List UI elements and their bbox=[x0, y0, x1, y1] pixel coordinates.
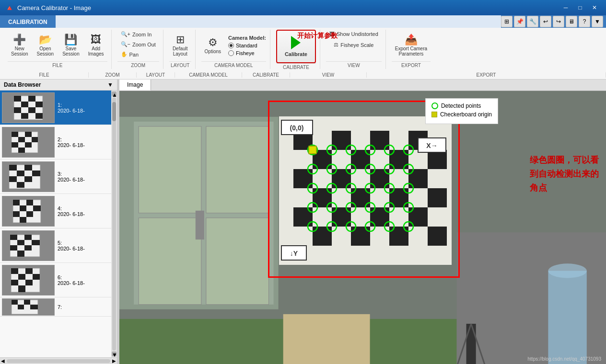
standard-radio[interactable]: Standard bbox=[228, 43, 266, 48]
toolbar-icon-6[interactable]: 🖥 bbox=[566, 16, 577, 27]
svg-rect-22 bbox=[24, 165, 32, 171]
svg-rect-90 bbox=[408, 169, 428, 188]
calibrate-annotation: 开始计算参数 bbox=[297, 32, 338, 40]
standard-radio-circle bbox=[228, 43, 234, 48]
checkerboard-origin-icon bbox=[431, 112, 437, 117]
file-label: FILE bbox=[8, 61, 107, 69]
fisheye-scale-button[interactable]: ⚖ Fisheye Scale bbox=[330, 40, 377, 49]
view-label: VIEW bbox=[326, 61, 382, 69]
svg-rect-133 bbox=[309, 146, 316, 154]
svg-rect-67 bbox=[206, 126, 269, 213]
file-group: ➕ New Session 📂 Open Session 💾 Save Sess… bbox=[4, 30, 112, 69]
layout-group: ⊞ Default Layout LAYOUT bbox=[165, 30, 196, 69]
svg-rect-39 bbox=[10, 235, 17, 240]
minimize-button[interactable]: ─ bbox=[559, 2, 572, 13]
default-layout-button[interactable]: ⊞ Default Layout bbox=[169, 32, 191, 59]
save-session-button[interactable]: 💾 Save Session bbox=[59, 32, 83, 59]
toolbar-icon-4[interactable]: ↩ bbox=[540, 16, 551, 27]
fisheye-radio[interactable]: Fisheye bbox=[228, 50, 266, 56]
sidebar-scrollbar[interactable]: ▲ ▼ bbox=[111, 91, 117, 357]
sidebar-item-6[interactable]: 6: 2020- 6-18- bbox=[0, 263, 111, 297]
sidebar-item-3[interactable]: 3: 2020- 6-18- bbox=[0, 159, 111, 194]
svg-rect-54 bbox=[18, 285, 25, 292]
thumbnail-5 bbox=[2, 230, 55, 261]
zoom-in-icon: 🔍+ bbox=[121, 31, 130, 37]
sidebar-item-date-4: 2020- 6-18- bbox=[58, 211, 85, 217]
options-icon: ⚙ bbox=[208, 37, 218, 48]
ribbon-tabs: CALIBRATION ⊞ 📌 🔧 ↩ ↪ 🖥 ? ▼ bbox=[0, 15, 606, 28]
sidebar-menu-icon[interactable]: ▼ bbox=[107, 81, 113, 88]
layout-section-label: LAYOUT bbox=[137, 72, 175, 78]
sidebar-item-7[interactable]: 7: bbox=[0, 297, 111, 317]
toolbar-icon-1[interactable]: ⊞ bbox=[501, 16, 513, 27]
zoom-out-button[interactable]: 🔍− Zoom Out bbox=[117, 40, 159, 49]
svg-rect-36 bbox=[20, 217, 26, 223]
svg-rect-13 bbox=[25, 132, 32, 137]
thumbnail-4 bbox=[2, 196, 55, 227]
fisheye-radio-circle bbox=[228, 50, 234, 56]
zoom-in-button[interactable]: 🔍+ Zoom In bbox=[117, 30, 155, 39]
svg-rect-87 bbox=[293, 169, 313, 188]
calibration-tab[interactable]: CALIBRATION bbox=[0, 15, 56, 28]
open-session-icon: 📂 bbox=[39, 34, 52, 45]
scroll-track[interactable] bbox=[112, 97, 116, 351]
thumbnail-1 bbox=[2, 92, 55, 123]
toolbar-icon-help[interactable]: ? bbox=[579, 16, 590, 27]
sidebar-hscroll[interactable]: ◀ ▶ bbox=[0, 357, 117, 364]
default-layout-icon: ⊞ bbox=[176, 34, 185, 45]
data-browser-title: Data Browser bbox=[4, 81, 41, 88]
svg-rect-12 bbox=[12, 132, 18, 137]
toolbar-icon-menu[interactable]: ▼ bbox=[592, 16, 603, 27]
hscroll-right[interactable]: ▶ bbox=[112, 358, 116, 364]
legend-box: Detected points Checkerboard origin bbox=[425, 98, 498, 124]
svg-rect-99 bbox=[313, 227, 332, 246]
svg-rect-3 bbox=[28, 96, 35, 102]
camera-model-section-label: CAMERA MODEL bbox=[175, 72, 242, 78]
svg-rect-70 bbox=[196, 211, 204, 239]
annotation-corners: 绿色圆圈，可以看到自动检测出来的角点 bbox=[530, 153, 599, 194]
svg-rect-42 bbox=[32, 240, 40, 245]
camera-model-label-bottom: CAMERA MODEL bbox=[201, 61, 266, 69]
new-session-button[interactable]: ➕ New Session bbox=[8, 32, 32, 59]
svg-rect-31 bbox=[26, 200, 33, 205]
toolbar-icon-5[interactable]: ↪ bbox=[553, 16, 564, 27]
detected-points-label: Detected points bbox=[441, 102, 481, 109]
toolbar-icon-3[interactable]: 🔧 bbox=[527, 16, 538, 27]
hscroll-track[interactable] bbox=[7, 359, 110, 363]
sidebar-item-1[interactable]: 1: 2020- 6-18- bbox=[0, 91, 111, 125]
svg-rect-52 bbox=[11, 280, 18, 285]
svg-rect-68 bbox=[139, 218, 201, 305]
svg-rect-69 bbox=[206, 218, 269, 305]
svg-rect-72 bbox=[283, 314, 370, 364]
sidebar-item-4[interactable]: 4: 2020- 6-18- bbox=[0, 194, 111, 228]
scroll-down-arrow[interactable]: ▼ bbox=[112, 352, 117, 356]
svg-rect-85 bbox=[389, 150, 408, 169]
calibrate-group: 开始计算参数 Calibrate CALIBRATE bbox=[272, 30, 320, 69]
svg-rect-4 bbox=[21, 102, 28, 107]
image-area: (0,0) X→ ↓Y Detected points Check bbox=[119, 91, 606, 364]
thumbnail-3 bbox=[2, 161, 55, 192]
svg-rect-59 bbox=[18, 305, 24, 309]
scroll-up-arrow[interactable]: ▲ bbox=[112, 91, 117, 96]
view-section-label: VIEW bbox=[290, 72, 367, 78]
scroll-thumb[interactable] bbox=[112, 102, 116, 121]
sidebar-item-2[interactable]: 2: 2020- 6-18- bbox=[0, 125, 111, 159]
app-title: Camera Calibrator - Image bbox=[17, 4, 91, 11]
image-tab[interactable]: Image bbox=[119, 80, 151, 91]
add-images-button[interactable]: 🖼 Add Images bbox=[85, 32, 107, 59]
open-session-button[interactable]: 📂 Open Session bbox=[34, 32, 58, 59]
svg-rect-9 bbox=[35, 113, 43, 119]
svg-rect-8 bbox=[21, 113, 28, 119]
toolbar-icon-2[interactable]: 📌 bbox=[514, 16, 525, 27]
hscroll-left[interactable]: ◀ bbox=[1, 358, 5, 364]
maximize-button[interactable]: □ bbox=[573, 2, 587, 13]
pan-button[interactable]: ✋ Pan bbox=[117, 50, 142, 59]
options-button[interactable]: ⚙ Options bbox=[201, 35, 224, 57]
sidebar-item-info-5: 5: 2020- 6-18- bbox=[58, 240, 85, 251]
export-camera-params-button[interactable]: 📤 Export Camera Parameters bbox=[392, 32, 431, 59]
sidebar: Data Browser ▼ bbox=[0, 80, 117, 364]
sidebar-item-id-1: 1: bbox=[58, 102, 85, 108]
close-button[interactable]: ✕ bbox=[588, 2, 601, 13]
sidebar-scroll[interactable]: 1: 2020- 6-18- bbox=[0, 91, 111, 357]
sidebar-item-5[interactable]: 5: 2020- 6-18- bbox=[0, 228, 111, 263]
